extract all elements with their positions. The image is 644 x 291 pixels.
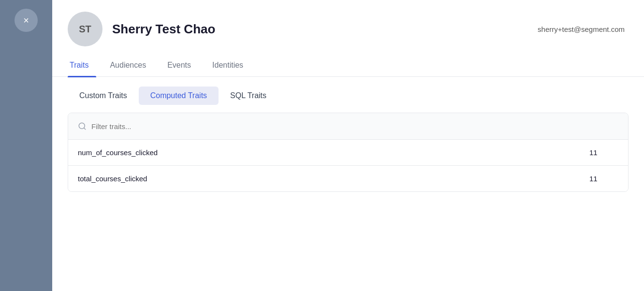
table-row: num_of_courses_clicked 11 (68, 140, 628, 166)
close-button[interactable]: × (15, 9, 38, 32)
profile-name: Sherry Test Chao (112, 22, 215, 37)
sidebar: × (0, 0, 52, 291)
tab-events[interactable]: Events (165, 56, 199, 76)
close-icon: × (23, 15, 29, 26)
tab-traits[interactable]: Traits (68, 56, 96, 76)
trait-value: 11 (589, 175, 618, 183)
filter-input[interactable] (91, 122, 618, 131)
filter-row (68, 113, 628, 140)
table-row: total_courses_clicked 11 (68, 166, 628, 191)
subtabs-navigation: Custom Traits Computed Traits SQL Traits (52, 77, 644, 113)
trait-name: total_courses_clicked (78, 175, 589, 183)
traits-container: num_of_courses_clicked 11 total_courses_… (68, 113, 629, 192)
profile-left: ST Sherry Test Chao (68, 12, 215, 46)
trait-name: num_of_courses_clicked (78, 148, 589, 157)
subtab-custom-traits[interactable]: Custom Traits (68, 87, 139, 105)
profile-email: sherry+test@segment.com (538, 25, 625, 33)
subtab-computed-traits[interactable]: Computed Traits (139, 87, 219, 105)
profile-header: ST Sherry Test Chao sherry+test@segment.… (52, 0, 644, 56)
tab-audiences[interactable]: Audiences (108, 56, 154, 76)
main-panel: ST Sherry Test Chao sherry+test@segment.… (52, 0, 644, 291)
subtab-sql-traits[interactable]: SQL Traits (219, 87, 278, 105)
search-icon (78, 122, 87, 131)
svg-line-1 (84, 128, 85, 129)
avatar: ST (68, 12, 102, 46)
trait-value: 11 (589, 148, 618, 157)
tab-identities[interactable]: Identities (210, 56, 251, 76)
tabs-navigation: Traits Audiences Events Identities (52, 56, 644, 77)
